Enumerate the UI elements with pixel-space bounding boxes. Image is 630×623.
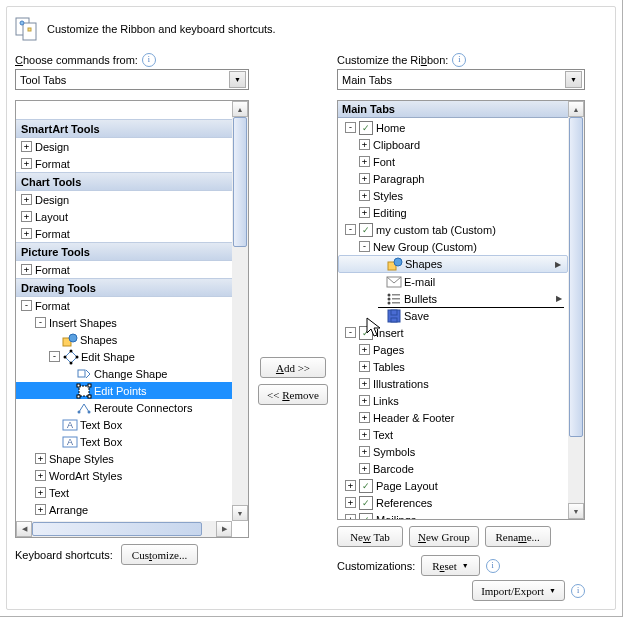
expand-icon[interactable]: +: [359, 361, 370, 372]
import-export-button[interactable]: Import/Export▼: [472, 580, 565, 601]
tree-category[interactable]: Picture Tools: [16, 242, 232, 261]
add-button[interactable]: Add >>: [260, 357, 326, 378]
tree-item[interactable]: +✓Mailings: [338, 511, 568, 519]
tree-item[interactable]: Bullets▶: [338, 290, 568, 307]
tree-item[interactable]: Shapes▶: [338, 255, 568, 273]
collapse-icon[interactable]: -: [35, 317, 46, 328]
expand-icon[interactable]: +: [359, 156, 370, 167]
tree-item[interactable]: -✓my custom tab (Custom): [338, 221, 568, 238]
collapse-icon[interactable]: -: [345, 224, 356, 235]
tree-item[interactable]: +WordArt Styles: [16, 467, 232, 484]
tree-item[interactable]: E-mail: [338, 273, 568, 290]
collapse-icon[interactable]: -: [49, 351, 60, 362]
tree-item[interactable]: +✓References: [338, 494, 568, 511]
scroll-up-button[interactable]: ▲: [232, 101, 248, 117]
tree-item[interactable]: +Clipboard: [338, 136, 568, 153]
collapse-icon[interactable]: -: [345, 122, 356, 133]
tree-item[interactable]: +Illustrations: [338, 375, 568, 392]
tree-item[interactable]: +Barcode: [338, 460, 568, 477]
tree-item[interactable]: +Arrange: [16, 501, 232, 518]
vertical-scrollbar[interactable]: ▲ ▼: [568, 101, 584, 519]
scroll-up-button[interactable]: ▲: [568, 101, 584, 117]
collapse-icon[interactable]: -: [21, 300, 32, 311]
expand-icon[interactable]: +: [359, 429, 370, 440]
tree-item[interactable]: +Layout: [16, 208, 232, 225]
expand-icon[interactable]: +: [35, 487, 46, 498]
tree-item[interactable]: -Insert Shapes: [16, 314, 232, 331]
tree-item[interactable]: +Paragraph: [338, 170, 568, 187]
checkbox[interactable]: ✓: [359, 121, 373, 135]
expand-icon[interactable]: +: [345, 480, 356, 491]
tree-item[interactable]: +Text: [338, 426, 568, 443]
tree-category[interactable]: Chart Tools: [16, 172, 232, 191]
tree-item[interactable]: +Tables: [338, 358, 568, 375]
expand-icon[interactable]: +: [359, 190, 370, 201]
info-icon[interactable]: i: [142, 53, 156, 67]
expand-icon[interactable]: +: [359, 378, 370, 389]
tree-item[interactable]: -Format: [16, 297, 232, 314]
tree-item[interactable]: AText Box: [16, 416, 232, 433]
tree-item[interactable]: Save: [338, 307, 568, 324]
tree-item[interactable]: Change Shape: [16, 365, 232, 382]
checkbox[interactable]: ✓: [359, 223, 373, 237]
expand-icon[interactable]: +: [345, 514, 356, 519]
checkbox[interactable]: ✓: [359, 479, 373, 493]
expand-icon[interactable]: +: [21, 158, 32, 169]
checkbox[interactable]: ✓: [359, 496, 373, 510]
expand-icon[interactable]: +: [21, 264, 32, 275]
scroll-down-button[interactable]: ▼: [232, 505, 248, 521]
expand-icon[interactable]: +: [345, 497, 356, 508]
expand-icon[interactable]: +: [359, 207, 370, 218]
tree-item[interactable]: +Links: [338, 392, 568, 409]
tree-item[interactable]: Reroute Connectors: [16, 399, 232, 416]
checkbox[interactable]: ✓: [359, 326, 373, 340]
expand-icon[interactable]: +: [21, 194, 32, 205]
tree-item[interactable]: +Text: [16, 484, 232, 501]
commands-tree[interactable]: SmartArt Tools+Design+FormatChart Tools+…: [15, 100, 249, 538]
expand-icon[interactable]: +: [35, 470, 46, 481]
scroll-right-button[interactable]: ▶: [216, 521, 232, 537]
tree-item[interactable]: Edit Points: [16, 382, 232, 399]
tree-item[interactable]: -✓Home: [338, 119, 568, 136]
tree-item[interactable]: +Format: [16, 225, 232, 242]
tree-item[interactable]: +Font: [338, 153, 568, 170]
tree-item[interactable]: +Header & Footer: [338, 409, 568, 426]
customize-ribbon-dropdown[interactable]: Main Tabs ▼: [337, 69, 585, 90]
tree-item[interactable]: +Shape Styles: [16, 450, 232, 467]
tree-item[interactable]: +Pages: [338, 341, 568, 358]
reset-button[interactable]: Reset▼: [421, 555, 479, 576]
info-icon[interactable]: i: [452, 53, 466, 67]
new-group-button[interactable]: New Group: [409, 526, 479, 547]
expand-icon[interactable]: +: [35, 453, 46, 464]
expand-icon[interactable]: +: [359, 395, 370, 406]
expand-icon[interactable]: +: [359, 412, 370, 423]
ribbon-tree[interactable]: Main Tabs -✓Home+Clipboard+Font+Paragrap…: [337, 100, 585, 520]
tree-item[interactable]: +Format: [16, 261, 232, 278]
rename-button[interactable]: Rename...: [485, 526, 551, 547]
tree-item[interactable]: +Symbols: [338, 443, 568, 460]
expand-icon[interactable]: +: [35, 504, 46, 515]
remove-button[interactable]: << Remove: [258, 384, 328, 405]
info-icon[interactable]: i: [571, 584, 585, 598]
customize-keyboard-button[interactable]: Customize...: [121, 544, 198, 565]
vertical-scrollbar[interactable]: ▲ ▼: [232, 101, 248, 521]
tree-item[interactable]: +Format: [16, 155, 232, 172]
info-icon[interactable]: i: [486, 559, 500, 573]
new-tab-button[interactable]: New Tab: [337, 526, 403, 547]
expand-icon[interactable]: +: [21, 141, 32, 152]
scroll-down-button[interactable]: ▼: [568, 503, 584, 519]
checkbox[interactable]: ✓: [359, 513, 373, 520]
expand-icon[interactable]: +: [21, 211, 32, 222]
expand-icon[interactable]: +: [21, 228, 32, 239]
expand-icon[interactable]: +: [359, 139, 370, 150]
expand-icon[interactable]: +: [359, 446, 370, 457]
expand-icon[interactable]: +: [359, 173, 370, 184]
tree-item[interactable]: -✓Insert: [338, 324, 568, 341]
tree-category[interactable]: Drawing Tools: [16, 278, 232, 297]
collapse-icon[interactable]: -: [359, 241, 370, 252]
horizontal-scrollbar[interactable]: ◀ ▶: [16, 521, 232, 537]
tree-item[interactable]: +Editing: [338, 204, 568, 221]
tree-item[interactable]: +Design: [16, 191, 232, 208]
expand-icon[interactable]: +: [359, 344, 370, 355]
choose-commands-dropdown[interactable]: Tool Tabs ▼: [15, 69, 249, 90]
